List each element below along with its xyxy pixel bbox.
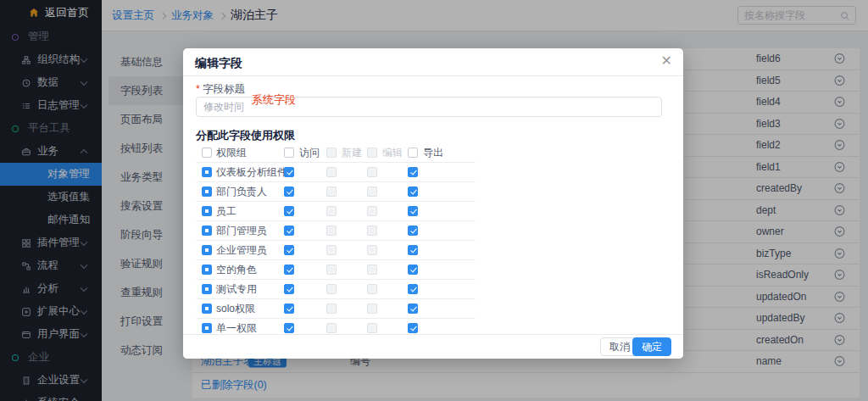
- edit-field-modal: 编辑字段 ✕ *字段标题 系统字段 分配此字段使用权限 权限组访问新建编辑导出仪…: [183, 48, 683, 359]
- checkbox-测试专用-编辑: [367, 284, 377, 294]
- permission-group-name: 部门负责人: [216, 185, 267, 199]
- checkbox-部门管理员-权限组[interactable]: [202, 226, 212, 236]
- checkbox-员工-编辑: [367, 206, 377, 216]
- checkbox-部门负责人-编辑: [367, 187, 377, 197]
- checkbox-仪表板分析组件-访问[interactable]: [284, 167, 294, 177]
- checkbox-solo权限-导出[interactable]: [408, 304, 418, 314]
- header-label-导出: 导出: [423, 146, 443, 160]
- permission-row: 空的角色: [196, 260, 476, 280]
- header-checkbox-编辑: [367, 148, 377, 158]
- checkbox-空的角色-访问[interactable]: [284, 265, 294, 275]
- permission-group-name: 仪表板分析组件: [216, 165, 287, 180]
- permission-group-name: solo权限: [216, 302, 255, 316]
- permission-group-name: 部门管理员: [216, 224, 267, 238]
- permission-row: 测试专用: [196, 280, 476, 299]
- checkbox-企业管理员-权限组[interactable]: [202, 245, 212, 255]
- checkbox-仪表板分析组件-编辑: [367, 167, 377, 177]
- header-checkbox-新建: [326, 148, 337, 158]
- checkbox-测试专用-访问[interactable]: [284, 284, 294, 294]
- checkbox-部门负责人-权限组[interactable]: [202, 187, 212, 197]
- checkbox-空的角色-导出[interactable]: [408, 265, 418, 275]
- checkbox-仪表板分析组件-新建: [326, 167, 337, 177]
- checkbox-企业管理员-新建: [326, 245, 337, 255]
- permission-group-name: 空的角色: [216, 263, 257, 277]
- header-label-编辑: 编辑: [382, 146, 403, 160]
- checkbox-单一权限-导出[interactable]: [408, 323, 418, 333]
- checkbox-企业管理员-编辑: [367, 245, 377, 255]
- header-checkbox-访问[interactable]: [284, 148, 294, 158]
- modal-header: 编辑字段 ✕: [183, 48, 683, 76]
- permission-group-name: 员工: [216, 204, 236, 219]
- checkbox-员工-访问[interactable]: [284, 206, 294, 216]
- checkbox-测试专用-新建: [326, 284, 337, 294]
- ok-button[interactable]: 确定: [632, 337, 671, 356]
- checkbox-solo权限-新建: [326, 304, 337, 314]
- checkbox-空的角色-编辑: [367, 265, 377, 275]
- permission-section-title: 分配此字段使用权限: [196, 128, 295, 143]
- checkbox-solo权限-编辑: [367, 304, 377, 314]
- checkbox-仪表板分析组件-权限组[interactable]: [202, 167, 212, 177]
- checkbox-部门负责人-导出[interactable]: [408, 187, 418, 197]
- permission-row: 部门负责人: [196, 182, 476, 202]
- checkbox-solo权限-访问[interactable]: [284, 304, 294, 314]
- modal-footer: 取消 确定: [183, 334, 683, 359]
- field-title-label: *字段标题: [196, 82, 245, 97]
- checkbox-部门管理员-新建: [326, 226, 337, 236]
- permission-table-header: 权限组访问新建编辑导出: [196, 143, 476, 163]
- close-icon[interactable]: ✕: [661, 54, 672, 68]
- modal-title: 编辑字段: [195, 56, 242, 71]
- checkbox-部门负责人-新建: [326, 187, 337, 197]
- permission-row: 仪表板分析组件: [196, 163, 476, 182]
- system-field-hint: 系统字段: [252, 92, 296, 108]
- permission-row: solo权限: [196, 299, 476, 319]
- permission-group-name: 企业管理员: [216, 243, 267, 258]
- header-label-新建: 新建: [342, 146, 362, 160]
- header-label-访问: 访问: [299, 146, 320, 160]
- permission-row: 企业管理员: [196, 241, 476, 260]
- checkbox-员工-权限组[interactable]: [202, 206, 212, 216]
- field-title-label-text: 字段标题: [203, 83, 245, 95]
- checkbox-企业管理员-访问[interactable]: [284, 245, 294, 255]
- checkbox-单一权限-编辑: [367, 323, 377, 333]
- permission-table: 权限组访问新建编辑导出仪表板分析组件部门负责人员工部门管理员企业管理员空的角色测…: [196, 143, 476, 338]
- header-label-权限组: 权限组: [216, 146, 247, 160]
- permission-group-name: 单一权限: [216, 321, 257, 336]
- checkbox-单一权限-访问[interactable]: [284, 323, 294, 333]
- checkbox-部门管理员-访问[interactable]: [284, 226, 294, 236]
- checkbox-空的角色-权限组[interactable]: [202, 265, 212, 275]
- checkbox-测试专用-权限组[interactable]: [202, 284, 212, 294]
- checkbox-员工-新建: [326, 206, 337, 216]
- header-checkbox-导出[interactable]: [408, 148, 418, 158]
- permission-row: 员工: [196, 202, 476, 221]
- checkbox-单一权限-权限组[interactable]: [202, 323, 212, 333]
- checkbox-仪表板分析组件-导出[interactable]: [408, 167, 418, 177]
- checkbox-solo权限-权限组[interactable]: [202, 304, 212, 314]
- checkbox-单一权限-新建: [326, 323, 337, 333]
- checkbox-部门管理员-导出[interactable]: [408, 226, 418, 236]
- permission-row: 部门管理员: [196, 221, 476, 241]
- checkbox-企业管理员-导出[interactable]: [408, 245, 418, 255]
- checkbox-部门负责人-访问[interactable]: [284, 187, 294, 197]
- checkbox-员工-导出[interactable]: [408, 206, 418, 216]
- required-asterisk: *: [196, 83, 200, 95]
- header-checkbox-权限组[interactable]: [202, 148, 212, 158]
- permission-group-name: 测试专用: [216, 282, 257, 297]
- checkbox-空的角色-新建: [326, 265, 337, 275]
- checkbox-部门管理员-编辑: [367, 226, 377, 236]
- checkbox-测试专用-导出[interactable]: [408, 284, 418, 294]
